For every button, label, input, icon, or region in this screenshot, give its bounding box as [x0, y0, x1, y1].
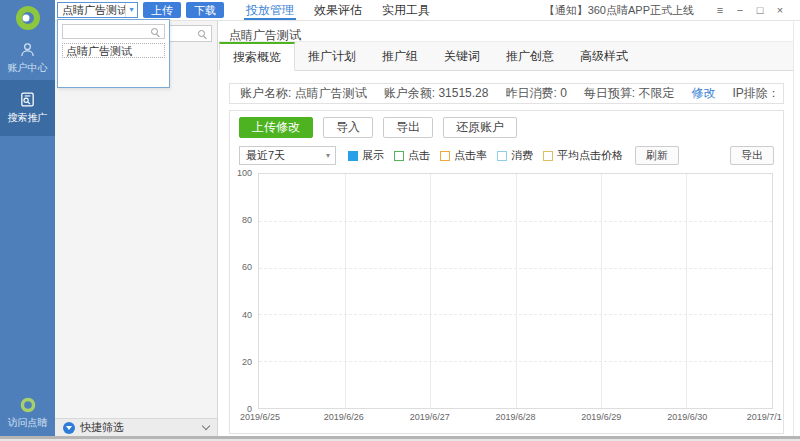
account-select-value: 点睛广告测试	[58, 3, 125, 18]
notice-text[interactable]: 【通知】360点睛APP正式上线	[544, 3, 694, 18]
date-range-select[interactable]: 最近7天 ▾	[239, 146, 336, 165]
app-window: 点睛广告测试 ▾ 上传 下载 投放管理 效果评估 实用工具 【通知】360点睛A…	[0, 0, 800, 441]
metric-clicks[interactable]: 点击	[394, 148, 430, 163]
dropdown-search-input[interactable]	[63, 26, 151, 37]
sidebar-item-label: 搜索推广	[8, 111, 48, 125]
metric-checkboxes: 展示 点击 点击率 消费 平均点击价格	[348, 148, 623, 163]
tab-advanced-styles[interactable]: 高级样式	[567, 42, 641, 70]
close-icon[interactable]: ×	[770, 0, 790, 20]
main-menu: 投放管理 效果评估 实用工具	[236, 0, 440, 20]
account-select[interactable]: 点睛广告测试 ▾	[57, 2, 138, 18]
dianjing-logo	[0, 0, 55, 36]
sidebar-item-label: 账户中心	[8, 61, 48, 75]
sidebar-item-search-promotion[interactable]: 搜索推广	[0, 80, 55, 136]
checkbox-icon	[440, 151, 450, 161]
y-axis-labels: 100 80 60 40 20 0	[234, 173, 254, 409]
account-name: 账户名称: 点睛广告测试	[240, 85, 367, 102]
minimize-icon[interactable]: −	[730, 0, 750, 20]
refresh-button[interactable]: 刷新	[635, 146, 679, 165]
tab-creatives[interactable]: 推广创意	[493, 42, 567, 70]
checkbox-icon	[348, 151, 358, 161]
logo-icon	[15, 5, 41, 31]
menu-item-delivery-management[interactable]: 投放管理	[236, 0, 304, 20]
metric-impressions[interactable]: 展示	[348, 148, 384, 163]
window-bottom-edge	[0, 436, 800, 441]
chart-controls: 最近7天 ▾ 展示 点击 点击率 消费 平均点击价格 刷新 导出	[239, 145, 774, 166]
checkbox-icon	[543, 151, 553, 161]
restore-account-button[interactable]: 还原账户	[443, 117, 517, 138]
chevron-down-icon: ▾	[125, 3, 137, 17]
right-divider	[793, 22, 794, 436]
plot-area	[258, 173, 773, 409]
checkbox-icon	[394, 151, 404, 161]
visit-dianjing-label: 访问点睛	[8, 416, 48, 430]
quick-filter-bar[interactable]: 快捷筛选	[55, 418, 217, 436]
chevron-down-icon: ▾	[321, 151, 335, 160]
tab-campaigns[interactable]: 推广计划	[295, 42, 369, 70]
chart-export-button[interactable]: 导出	[730, 146, 774, 165]
top-bar: 点睛广告测试 ▾ 上传 下载 投放管理 效果评估 实用工具 【通知】360点睛A…	[55, 0, 800, 21]
daily-budget: 每日预算: 不限定	[584, 85, 675, 102]
overview-panel: 上传修改 导入 导出 还原账户 最近7天 ▾ 展示 点击 点击率 消费 平均点击…	[229, 110, 784, 434]
tab-keywords[interactable]: 关键词	[431, 42, 493, 70]
user-icon	[19, 41, 36, 58]
metric-avg-cpc[interactable]: 平均点击价格	[543, 148, 623, 163]
panel-toolbar: 上传修改 导入 导出 还原账户	[239, 117, 517, 138]
search-document-icon	[19, 91, 36, 108]
tab-search-overview[interactable]: 搜索概览	[219, 42, 295, 71]
account-balance: 账户余额: 31515.28	[384, 85, 489, 102]
tab-ad-groups[interactable]: 推广组	[369, 42, 431, 70]
search-icon	[151, 28, 158, 35]
quick-filter-label: 快捷筛选	[80, 420, 124, 435]
upload-changes-button[interactable]: 上传修改	[239, 117, 313, 138]
maximize-icon[interactable]: □	[750, 0, 770, 20]
search-icon	[198, 30, 205, 37]
account-dropdown-popup: 点睛广告测试	[57, 19, 170, 88]
dropdown-account-item[interactable]: 点睛广告测试	[62, 43, 165, 58]
ip-settings-link[interactable]: 已设置(3)	[783, 86, 784, 100]
main-content: 点睛广告测试 搜索概览 推广计划 推广组 关键词 推广创意 高级样式 账户名称:…	[219, 22, 800, 436]
dianjing-mini-logo-icon	[19, 396, 37, 414]
sidebar-item-account-center[interactable]: 账户中心	[0, 36, 55, 80]
dropdown-search-box[interactable]	[62, 24, 165, 39]
checkbox-icon	[497, 151, 507, 161]
section-tabs: 搜索概览 推广计划 推广组 关键词 推广创意 高级样式	[219, 42, 793, 71]
chevron-down-icon	[202, 422, 210, 430]
app-menu-icon[interactable]: ≡	[710, 0, 730, 20]
account-info-bar: 账户名称: 点睛广告测试 账户余额: 31515.28 昨日消费: 0 每日预算…	[229, 83, 784, 104]
filter-funnel-icon	[63, 422, 75, 434]
x-axis-labels: 2019/6/25 2019/6/26 2019/6/27 2019/6/28 …	[258, 412, 773, 424]
metric-ctr[interactable]: 点击率	[440, 148, 487, 163]
menu-item-effect-evaluation[interactable]: 效果评估	[304, 0, 372, 20]
metric-spend[interactable]: 消费	[497, 148, 533, 163]
import-button[interactable]: 导入	[323, 117, 373, 138]
upload-button[interactable]: 上传	[143, 2, 181, 18]
ip-exclusion: IP排除： 已设置(3)	[733, 85, 785, 102]
menu-item-utilities[interactable]: 实用工具	[372, 0, 440, 20]
yesterday-spend: 昨日消费: 0	[505, 85, 566, 102]
account-tab-row: 点睛广告测试	[219, 22, 793, 42]
sidebar-visit-dianjing[interactable]: 访问点睛	[0, 396, 55, 430]
sidebar: 账户中心 搜索推广 访问点睛	[0, 0, 55, 436]
download-button[interactable]: 下载	[186, 2, 224, 18]
trend-chart: 100 80 60 40 20 0 2019/6/25 2019/6/26 20…	[234, 167, 775, 425]
export-button[interactable]: 导出	[383, 117, 433, 138]
modify-link[interactable]: 修改	[692, 85, 716, 102]
window-controls: 【通知】360点睛APP正式上线 ≡ − □ ×	[544, 0, 800, 20]
